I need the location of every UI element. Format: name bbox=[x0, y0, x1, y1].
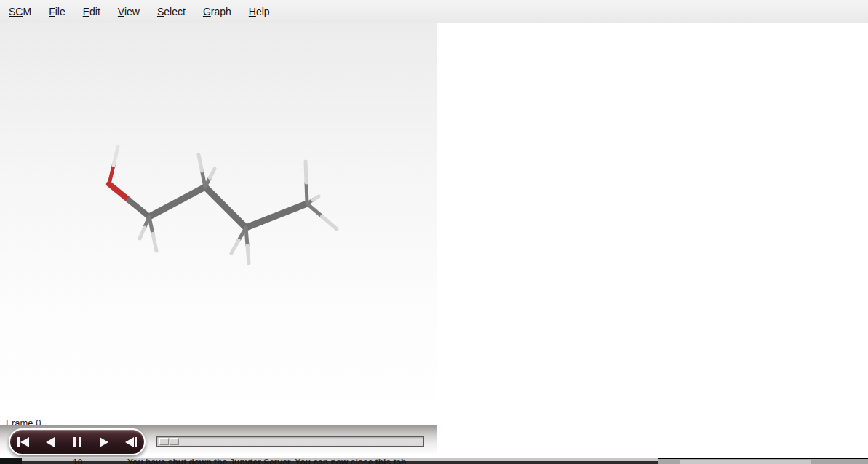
strip-black-block bbox=[0, 458, 22, 464]
skip-to-end-button[interactable] bbox=[122, 435, 140, 449]
strip-dark-band bbox=[22, 461, 658, 464]
chart-panel bbox=[437, 23, 868, 458]
menu-scm[interactable]: SCM bbox=[0, 0, 40, 23]
pause-icon bbox=[69, 436, 85, 448]
menu-bar: SCM File Edit View Select Graph Help bbox=[0, 0, 868, 23]
frame-slider[interactable] bbox=[156, 436, 424, 447]
step-back-icon bbox=[42, 436, 58, 448]
frame-slider-thumb2[interactable] bbox=[170, 438, 179, 445]
step-back-button[interactable] bbox=[41, 435, 60, 449]
menu-select[interactable]: Select bbox=[148, 0, 194, 23]
menu-file[interactable]: File bbox=[40, 0, 74, 23]
strip-page-sliver: 10 You have shut down the Jupyter Server… bbox=[22, 458, 658, 464]
frame-slider-thumb[interactable] bbox=[159, 438, 169, 445]
skip-to-start-icon bbox=[15, 436, 31, 448]
molecule-viewer[interactable]: Frame 0 Geometry 1, Energy: 0.02759 Ha bbox=[0, 23, 437, 425]
molecule-3d-model bbox=[0, 23, 437, 425]
skip-to-end-icon bbox=[123, 436, 139, 448]
amsmovie-window: SCM File Edit View Select Graph Help Fra… bbox=[0, 0, 868, 464]
player-bar bbox=[0, 425, 437, 458]
play-button[interactable] bbox=[95, 435, 114, 449]
background-browser-strip: 10 You have shut down the Jupyter Server… bbox=[0, 458, 868, 464]
skip-to-start-button[interactable] bbox=[14, 435, 33, 449]
menu-help[interactable]: Help bbox=[240, 0, 279, 23]
pause-button[interactable] bbox=[68, 435, 87, 449]
playback-controls bbox=[9, 428, 146, 455]
menu-edit[interactable]: Edit bbox=[74, 0, 109, 23]
strip-scrollbar-thumb bbox=[680, 460, 811, 464]
menu-view[interactable]: View bbox=[109, 0, 148, 23]
strip-scrollbar-area bbox=[658, 458, 868, 464]
menu-graph[interactable]: Graph bbox=[194, 0, 240, 23]
convergence-chart bbox=[437, 23, 868, 458]
play-icon bbox=[96, 436, 112, 448]
